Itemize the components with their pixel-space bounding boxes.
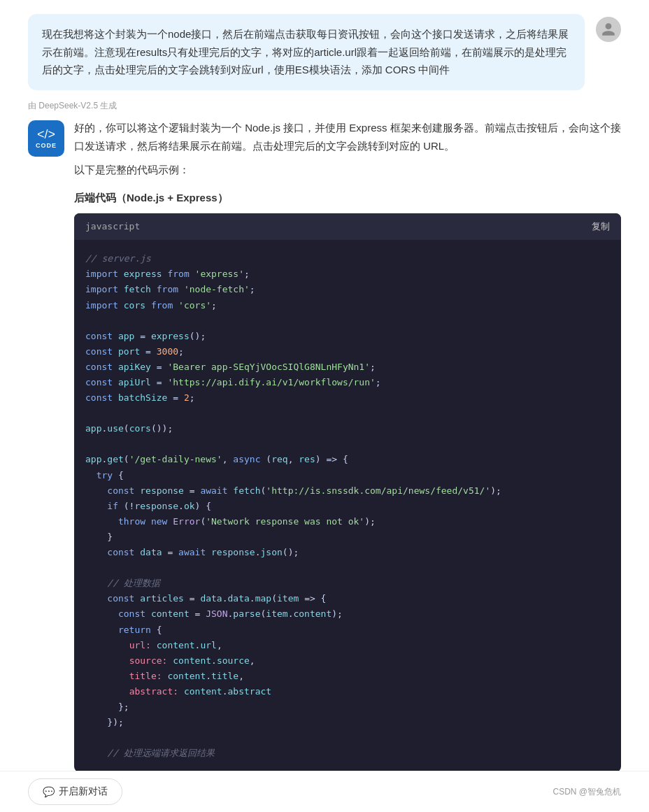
- ai-section-title: 后端代码（Node.js + Express）: [74, 189, 621, 207]
- avatar: [596, 17, 621, 42]
- user-message-area: 现在我想将这个封装为一个node接口，然后在前端点击获取每日资讯按钮，会向这个接…: [0, 0, 649, 97]
- user-message-bubble: 现在我想将这个封装为一个node接口，然后在前端点击获取每日资讯按钮，会向这个接…: [28, 14, 585, 90]
- code-icon-box: </> CODE: [28, 120, 64, 157]
- ai-intro-2: 以下是完整的代码示例：: [74, 161, 621, 179]
- ai-intro-1: 好的，你可以将这个逻辑封装为一个 Node.js 接口，并使用 Express …: [74, 119, 621, 156]
- ai-response-area: </> CODE 好的，你可以将这个逻辑封装为一个 Node.js 接口，并使用…: [0, 119, 649, 787]
- chat-bubble-icon: 💬: [43, 786, 55, 797]
- new-chat-button[interactable]: 💬 开启新对话: [28, 778, 122, 805]
- code-block-header: javascript 复制: [74, 213, 621, 241]
- code-language-label: javascript: [85, 219, 140, 235]
- code-block-container: javascript 复制 // server.js import expres…: [74, 213, 621, 773]
- user-icon: [601, 22, 616, 37]
- bottom-attribution: CSDN @智兔危机: [552, 786, 621, 798]
- attribution: 由 DeepSeek-V2.5 生成: [0, 97, 649, 119]
- page-container: 现在我想将这个封装为一个node接口，然后在前端点击获取每日资讯按钮，会向这个接…: [0, 0, 649, 786]
- ai-content: 好的，你可以将这个逻辑封装为一个 Node.js 接口，并使用 Express …: [74, 119, 621, 773]
- copy-button[interactable]: 复制: [592, 220, 610, 233]
- code-content: // server.js import express from 'expres…: [74, 240, 621, 772]
- code-symbol-icon: </>: [37, 128, 55, 141]
- bottom-bar: 💬 开启新对话 CSDN @智兔危机: [0, 771, 649, 812]
- new-chat-label: 开启新对话: [59, 785, 108, 798]
- code-pre: // server.js import express from 'expres…: [85, 251, 610, 761]
- user-message-text: 现在我想将这个封装为一个node接口，然后在前端点击获取每日资讯按钮，会向这个接…: [42, 28, 569, 76]
- code-line-comment: // server.js: [85, 253, 151, 264]
- code-label: CODE: [36, 142, 57, 149]
- ai-avatar: </> CODE: [28, 120, 64, 157]
